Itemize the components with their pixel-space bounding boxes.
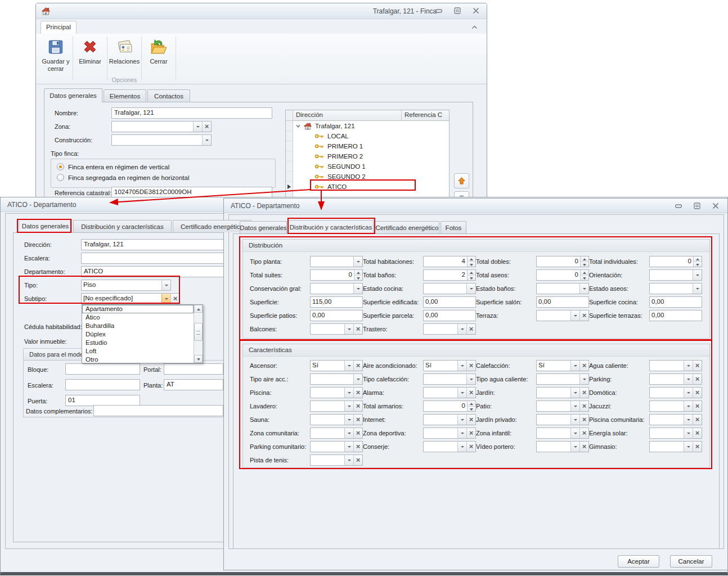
spinner-buttons[interactable] (467, 256, 475, 267)
dropdown-arrow-icon[interactable] (457, 442, 466, 452)
scroll-up-icon[interactable] (194, 305, 203, 313)
dropdown-arrow-icon[interactable] (570, 388, 579, 398)
total-suites-input[interactable]: 0 (310, 269, 363, 281)
video-portero-input[interactable]: × (536, 441, 589, 452)
clear-icon[interactable]: × (579, 401, 588, 411)
superficie-edificada-input[interactable]: 0,00 (423, 296, 476, 308)
agua-caliente-input[interactable]: × (649, 360, 702, 371)
portal-input[interactable] (164, 363, 223, 375)
clear-icon[interactable]: × (579, 428, 588, 438)
dropdown-arrow-icon[interactable] (457, 415, 466, 425)
orientacion-input[interactable] (649, 269, 702, 281)
spinner-buttons[interactable] (467, 270, 475, 280)
ribbon-collapse-icon[interactable] (471, 24, 478, 32)
subtipo-combo[interactable]: [No especificado] × (81, 293, 180, 304)
dropdown-arrow-icon[interactable] (344, 415, 353, 425)
clear-icon[interactable]: × (579, 310, 588, 321)
dropdown-arrow-icon[interactable] (344, 324, 353, 334)
grid-column-referencia[interactable]: Referencia C (401, 110, 449, 120)
clear-icon[interactable]: × (693, 401, 702, 411)
domotica-input[interactable]: × (649, 387, 702, 398)
dropdown-arrow-icon[interactable] (353, 284, 362, 294)
radio-finca-horizontal[interactable]: Finca segregada en regimen de horizontal (57, 174, 269, 181)
dropdown-arrow-icon[interactable] (570, 415, 579, 425)
move-up-button[interactable] (454, 173, 469, 188)
dropdown-arrow-icon[interactable] (684, 442, 693, 452)
dropdown-arrow-icon[interactable] (202, 135, 211, 145)
spinner-buttons[interactable] (580, 256, 588, 267)
internet-input[interactable]: × (423, 414, 476, 425)
expand-chevron-icon[interactable] (295, 123, 301, 129)
clear-icon[interactable]: × (466, 428, 475, 438)
escalera-input[interactable] (81, 253, 224, 264)
tree-item-atico[interactable]: ATICO (293, 182, 449, 192)
trastero-input[interactable]: × (423, 323, 476, 335)
datos-complementarios-input[interactable] (93, 405, 223, 416)
estado-cocina-input[interactable] (423, 283, 476, 294)
tree-item-local[interactable]: LOCAL (293, 131, 449, 141)
estado-aseos-input[interactable] (649, 283, 702, 294)
clear-icon[interactable]: × (353, 324, 362, 334)
conservacion-gral-input[interactable] (310, 283, 363, 294)
clear-icon[interactable]: × (466, 442, 475, 452)
superficie-patios-input[interactable]: 0,00 (310, 310, 363, 321)
dropdown-arrow-icon[interactable] (684, 428, 693, 438)
dropdown-arrow-icon[interactable] (457, 388, 466, 398)
dropdown-arrow-icon[interactable] (693, 270, 702, 280)
jacuzzi-input[interactable]: × (649, 400, 702, 412)
dropdown-arrow-icon[interactable] (570, 442, 579, 452)
finca-tab-elementos[interactable]: Elementos (104, 89, 146, 102)
superficie-terrazas-input[interactable]: 0,00 (649, 310, 702, 321)
dropdown-arrow-icon[interactable] (570, 361, 579, 371)
parking-comunitario-input[interactable]: × (310, 441, 363, 452)
clear-icon[interactable]: × (466, 415, 475, 425)
dropdown-arrow-icon[interactable] (344, 455, 353, 465)
dropdown-arrow-icon[interactable] (570, 310, 579, 321)
balcones-input[interactable]: × (310, 323, 363, 335)
toolbar-button-cerrar[interactable]: Cerrar (142, 35, 175, 84)
superficie-input[interactable]: 115,00 (310, 296, 363, 308)
zona-combo[interactable]: × (111, 121, 212, 132)
tree-item-segundo-1[interactable]: SEGUNDO 1 (293, 161, 449, 172)
dropdown-item-buhardilla[interactable]: Buhardilla (82, 322, 194, 330)
finca-tab-contactos[interactable]: Contactos (147, 89, 190, 102)
nombre-input[interactable]: Trafalgar, 121 (111, 107, 272, 119)
superficie-cocina-input[interactable]: 0,00 (649, 296, 702, 308)
dropdown-arrow-icon[interactable] (684, 401, 693, 411)
lwin-tab-distribucion-y-caracteristicas[interactable]: Distribución y características (73, 220, 172, 232)
dropdown-arrow-icon[interactable] (570, 401, 579, 411)
bloque-input[interactable] (65, 363, 140, 375)
dropdown-arrow-icon[interactable] (353, 374, 362, 384)
total-banos-input[interactable]: 2 (423, 269, 476, 281)
scroll-down-icon[interactable] (194, 355, 203, 363)
close-icon[interactable] (711, 202, 720, 209)
tipo-aire-acc-input[interactable] (310, 374, 363, 385)
clear-icon[interactable]: × (579, 442, 588, 452)
zona-comunitaria-input[interactable]: × (310, 428, 363, 439)
clear-icon[interactable]: × (202, 122, 211, 132)
dropdown-arrow-icon[interactable] (344, 388, 353, 398)
rwin-tab-datos-generales[interactable]: Datos generales (240, 221, 287, 233)
dropdown-arrow-icon[interactable] (161, 280, 170, 290)
clear-icon[interactable]: × (579, 415, 588, 425)
dropdown-arrow-icon[interactable] (457, 324, 466, 334)
tipo-combo[interactable]: Piso (81, 280, 171, 291)
gimnasio-input[interactable]: × (649, 441, 702, 452)
energia-solar-input[interactable]: × (649, 428, 702, 439)
tipo-planta-input[interactable] (310, 256, 363, 267)
dropdown-arrow-icon[interactable] (579, 284, 588, 294)
toolbar-button-eliminar[interactable]: Eliminar (74, 35, 106, 84)
clear-icon[interactable]: × (579, 361, 588, 371)
total-dobles-input[interactable]: 0 (536, 256, 589, 267)
dropdown-scrollbar[interactable] (194, 305, 203, 363)
zona-deportiva-input[interactable]: × (423, 428, 476, 439)
terraza-input[interactable]: × (536, 310, 589, 321)
dropdown-arrow-icon[interactable] (693, 284, 702, 294)
dropdown-arrow-icon[interactable] (344, 361, 353, 371)
dropdown-item-loft[interactable]: Loft (82, 347, 194, 356)
rwin-tab-distribucion-y-caracteristicas[interactable]: Distribución y características (288, 220, 374, 234)
direccion-input[interactable]: Trafalgar, 121 (81, 239, 224, 250)
tipo-agua-caliente-input[interactable] (536, 374, 589, 385)
superficie-parcela-input[interactable]: 0,00 (423, 310, 476, 321)
clear-icon[interactable]: × (353, 442, 362, 452)
